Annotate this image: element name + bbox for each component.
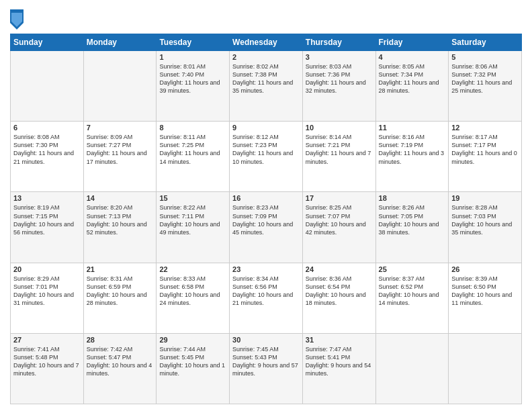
day-info: Sunrise: 8:36 AM Sunset: 6:54 PM Dayligh… xyxy=(306,275,373,308)
day-info: Sunrise: 8:39 AM Sunset: 6:50 PM Dayligh… xyxy=(451,275,519,308)
day-number: 22 xyxy=(159,265,226,273)
day-info: Sunrise: 7:47 AM Sunset: 5:41 PM Dayligh… xyxy=(306,345,373,378)
day-number: 8 xyxy=(159,124,226,132)
day-info: Sunrise: 7:42 AM Sunset: 5:47 PM Dayligh… xyxy=(87,345,154,378)
calendar-cell: 17Sunrise: 8:25 AM Sunset: 7:07 PM Dayli… xyxy=(302,192,375,263)
day-info: Sunrise: 8:19 AM Sunset: 7:15 PM Dayligh… xyxy=(13,203,81,236)
logo xyxy=(10,9,25,30)
day-number: 21 xyxy=(87,265,154,273)
day-info: Sunrise: 8:23 AM Sunset: 7:09 PM Dayligh… xyxy=(232,203,300,236)
day-number: 31 xyxy=(306,336,373,344)
day-header-sunday: Sunday xyxy=(11,34,84,51)
calendar-cell: 28Sunrise: 7:42 AM Sunset: 5:47 PM Dayli… xyxy=(83,333,157,404)
calendar-cell: 14Sunrise: 8:20 AM Sunset: 7:13 PM Dayli… xyxy=(83,192,157,263)
calendar-cell: 9Sunrise: 8:12 AM Sunset: 7:23 PM Daylig… xyxy=(230,122,303,192)
calendar-cell: 30Sunrise: 7:45 AM Sunset: 5:43 PM Dayli… xyxy=(230,333,303,404)
calendar-cell: 7Sunrise: 8:09 AM Sunset: 7:27 PM Daylig… xyxy=(83,122,157,192)
day-number: 27 xyxy=(13,336,81,344)
day-number: 19 xyxy=(451,194,519,202)
day-info: Sunrise: 8:03 AM Sunset: 7:36 PM Dayligh… xyxy=(306,62,373,95)
day-header-friday: Friday xyxy=(375,34,449,51)
calendar-cell: 20Sunrise: 8:29 AM Sunset: 7:01 PM Dayli… xyxy=(11,263,84,333)
calendar-cell: 25Sunrise: 8:37 AM Sunset: 6:52 PM Dayli… xyxy=(375,263,449,333)
day-number: 1 xyxy=(159,53,226,61)
logo-icon xyxy=(10,9,24,30)
calendar-cell xyxy=(449,333,522,404)
calendar-cell: 3Sunrise: 8:03 AM Sunset: 7:36 PM Daylig… xyxy=(302,51,375,122)
day-info: Sunrise: 8:14 AM Sunset: 7:21 PM Dayligh… xyxy=(306,133,373,166)
calendar-cell: 19Sunrise: 8:28 AM Sunset: 7:03 PM Dayli… xyxy=(449,192,522,263)
day-number: 2 xyxy=(232,53,300,61)
calendar-cell: 1Sunrise: 8:01 AM Sunset: 7:40 PM Daylig… xyxy=(157,51,230,122)
week-row-2: 6Sunrise: 8:08 AM Sunset: 7:30 PM Daylig… xyxy=(11,122,522,192)
calendar-cell: 18Sunrise: 8:26 AM Sunset: 7:05 PM Dayli… xyxy=(375,192,449,263)
day-number: 7 xyxy=(87,124,154,132)
calendar-cell: 12Sunrise: 8:17 AM Sunset: 7:17 PM Dayli… xyxy=(449,122,522,192)
day-info: Sunrise: 8:06 AM Sunset: 7:32 PM Dayligh… xyxy=(451,62,519,95)
calendar-cell: 10Sunrise: 8:14 AM Sunset: 7:21 PM Dayli… xyxy=(302,122,375,192)
day-info: Sunrise: 8:37 AM Sunset: 6:52 PM Dayligh… xyxy=(379,275,446,308)
week-row-4: 20Sunrise: 8:29 AM Sunset: 7:01 PM Dayli… xyxy=(11,263,522,333)
calendar-cell: 23Sunrise: 8:34 AM Sunset: 6:56 PM Dayli… xyxy=(230,263,303,333)
day-info: Sunrise: 8:20 AM Sunset: 7:13 PM Dayligh… xyxy=(87,203,154,236)
day-number: 13 xyxy=(13,194,81,202)
calendar-cell: 27Sunrise: 7:41 AM Sunset: 5:48 PM Dayli… xyxy=(11,333,84,404)
calendar-cell: 21Sunrise: 8:31 AM Sunset: 6:59 PM Dayli… xyxy=(83,263,157,333)
calendar-cell xyxy=(11,51,84,122)
calendar-cell: 4Sunrise: 8:05 AM Sunset: 7:34 PM Daylig… xyxy=(375,51,449,122)
calendar-cell: 13Sunrise: 8:19 AM Sunset: 7:15 PM Dayli… xyxy=(11,192,84,263)
calendar-cell: 8Sunrise: 8:11 AM Sunset: 7:25 PM Daylig… xyxy=(157,122,230,192)
day-number: 11 xyxy=(379,124,446,132)
calendar: SundayMondayTuesdayWednesdayThursdayFrid… xyxy=(10,34,522,404)
calendar-cell: 24Sunrise: 8:36 AM Sunset: 6:54 PM Dayli… xyxy=(302,263,375,333)
day-info: Sunrise: 8:31 AM Sunset: 6:59 PM Dayligh… xyxy=(87,275,154,308)
day-number: 20 xyxy=(13,265,81,273)
day-number: 16 xyxy=(232,194,300,202)
day-info: Sunrise: 8:11 AM Sunset: 7:25 PM Dayligh… xyxy=(159,133,226,166)
day-info: Sunrise: 8:08 AM Sunset: 7:30 PM Dayligh… xyxy=(13,133,81,166)
day-info: Sunrise: 8:25 AM Sunset: 7:07 PM Dayligh… xyxy=(306,203,373,236)
day-info: Sunrise: 7:41 AM Sunset: 5:48 PM Dayligh… xyxy=(13,345,81,378)
day-number: 18 xyxy=(379,194,446,202)
day-number: 3 xyxy=(306,53,373,61)
day-header-saturday: Saturday xyxy=(449,34,522,51)
day-info: Sunrise: 7:45 AM Sunset: 5:43 PM Dayligh… xyxy=(232,345,300,378)
calendar-cell: 11Sunrise: 8:16 AM Sunset: 7:19 PM Dayli… xyxy=(375,122,449,192)
calendar-cell: 26Sunrise: 8:39 AM Sunset: 6:50 PM Dayli… xyxy=(449,263,522,333)
day-header-wednesday: Wednesday xyxy=(230,34,303,51)
day-number: 9 xyxy=(232,124,300,132)
day-info: Sunrise: 8:29 AM Sunset: 7:01 PM Dayligh… xyxy=(13,275,81,308)
day-number: 26 xyxy=(451,265,519,273)
day-info: Sunrise: 8:34 AM Sunset: 6:56 PM Dayligh… xyxy=(232,275,300,308)
day-info: Sunrise: 8:01 AM Sunset: 7:40 PM Dayligh… xyxy=(159,62,226,95)
day-header-tuesday: Tuesday xyxy=(157,34,230,51)
day-number: 5 xyxy=(451,53,519,61)
calendar-cell: 2Sunrise: 8:02 AM Sunset: 7:38 PM Daylig… xyxy=(230,51,303,122)
day-header-thursday: Thursday xyxy=(302,34,375,51)
day-info: Sunrise: 8:28 AM Sunset: 7:03 PM Dayligh… xyxy=(451,203,519,236)
week-row-3: 13Sunrise: 8:19 AM Sunset: 7:15 PM Dayli… xyxy=(11,192,522,263)
day-info: Sunrise: 8:16 AM Sunset: 7:19 PM Dayligh… xyxy=(379,133,446,166)
calendar-cell: 31Sunrise: 7:47 AM Sunset: 5:41 PM Dayli… xyxy=(302,333,375,404)
page: SundayMondayTuesdayWednesdayThursdayFrid… xyxy=(0,0,532,411)
day-number: 6 xyxy=(13,124,81,132)
day-info: Sunrise: 8:05 AM Sunset: 7:34 PM Dayligh… xyxy=(379,62,446,95)
calendar-cell: 15Sunrise: 8:22 AM Sunset: 7:11 PM Dayli… xyxy=(157,192,230,263)
calendar-header-row: SundayMondayTuesdayWednesdayThursdayFrid… xyxy=(11,34,522,51)
calendar-cell: 29Sunrise: 7:44 AM Sunset: 5:45 PM Dayli… xyxy=(157,333,230,404)
day-header-monday: Monday xyxy=(83,34,157,51)
day-number: 30 xyxy=(232,336,300,344)
calendar-cell xyxy=(375,333,449,404)
day-number: 15 xyxy=(159,194,226,202)
day-number: 4 xyxy=(379,53,446,61)
day-number: 14 xyxy=(87,194,154,202)
calendar-cell xyxy=(83,51,157,122)
day-info: Sunrise: 8:17 AM Sunset: 7:17 PM Dayligh… xyxy=(451,133,519,166)
day-number: 23 xyxy=(232,265,300,273)
week-row-5: 27Sunrise: 7:41 AM Sunset: 5:48 PM Dayli… xyxy=(11,333,522,404)
day-info: Sunrise: 8:22 AM Sunset: 7:11 PM Dayligh… xyxy=(159,203,226,236)
calendar-cell: 5Sunrise: 8:06 AM Sunset: 7:32 PM Daylig… xyxy=(449,51,522,122)
day-number: 10 xyxy=(306,124,373,132)
day-info: Sunrise: 8:09 AM Sunset: 7:27 PM Dayligh… xyxy=(87,133,154,166)
day-info: Sunrise: 8:33 AM Sunset: 6:58 PM Dayligh… xyxy=(159,275,226,308)
